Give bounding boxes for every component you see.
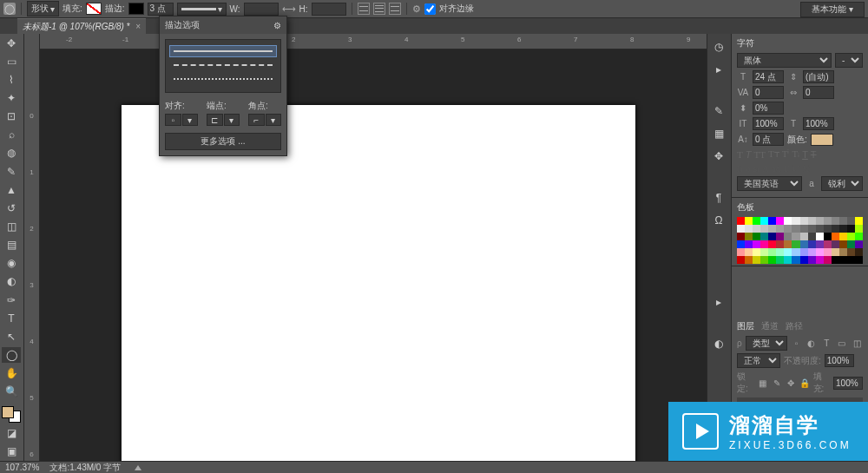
swatch-cell[interactable]: [745, 233, 753, 240]
swatch-cell[interactable]: [745, 240, 753, 248]
kerning-input[interactable]: [753, 86, 784, 99]
popup-gear-icon[interactable]: ⚙: [273, 21, 281, 30]
swatch-cell[interactable]: [839, 225, 847, 233]
filter-shape-icon[interactable]: ▭: [836, 338, 847, 349]
brush-panel-icon[interactable]: ✎: [711, 103, 727, 119]
swatch-cell[interactable]: [792, 217, 799, 225]
swatch-cell[interactable]: [800, 225, 808, 233]
swatch-cell[interactable]: [768, 225, 776, 233]
swatch-cell[interactable]: [753, 217, 760, 225]
swatch-cell[interactable]: [784, 217, 792, 225]
tracking-input[interactable]: [803, 86, 834, 99]
canvas-area[interactable]: -2 -1 0 1 2 3 4 5 6 7 8 9: [40, 34, 707, 461]
blend-mode-select[interactable]: 正常: [737, 353, 780, 368]
swatch-cell[interactable]: [847, 233, 855, 240]
swatch-cell[interactable]: [760, 248, 768, 256]
text-color-swatch[interactable]: [811, 134, 833, 146]
swatch-cell[interactable]: [808, 217, 816, 225]
swatch-cell[interactable]: [776, 240, 784, 248]
strike-btn[interactable]: T: [811, 149, 817, 160]
swatch-cell[interactable]: [824, 217, 832, 225]
fill-swatch[interactable]: [86, 3, 102, 15]
lock-all-icon[interactable]: 🔒: [799, 378, 810, 388]
align-inside-btn[interactable]: ▫: [165, 114, 181, 126]
more-options-button[interactable]: 更多选项 ...: [165, 133, 281, 150]
stroke-solid-option[interactable]: [169, 45, 277, 57]
filter-adj-icon[interactable]: ◐: [806, 338, 817, 349]
stroke-style-dropdown[interactable]: ▾: [177, 3, 227, 16]
swatch-cell[interactable]: [855, 256, 863, 264]
allcaps-btn[interactable]: TT: [753, 149, 765, 160]
swatch-cell[interactable]: [768, 240, 776, 248]
history-panel-icon[interactable]: ◷: [711, 39, 727, 55]
lasso-tool[interactable]: ⌇: [2, 72, 21, 87]
gradient-tool[interactable]: ▤: [2, 238, 21, 253]
swatch-cell[interactable]: [855, 225, 863, 233]
swatch-cell[interactable]: [776, 256, 784, 264]
swatch-cell[interactable]: [800, 256, 808, 264]
swatch-cell[interactable]: [832, 256, 839, 264]
swatch-cell[interactable]: [816, 233, 824, 240]
swatch-cell[interactable]: [808, 256, 816, 264]
cap-dropdown[interactable]: ▾: [224, 114, 240, 126]
swatch-cell[interactable]: [784, 225, 792, 233]
swatch-cell[interactable]: [824, 240, 832, 248]
antialias-select[interactable]: 锐利: [821, 176, 863, 191]
swatch-cell[interactable]: [839, 217, 847, 225]
canvas[interactable]: [122, 105, 635, 461]
stroke-weight-input[interactable]: [148, 3, 174, 16]
cap-butt-btn[interactable]: ⊏: [207, 114, 223, 126]
swatch-cell[interactable]: [737, 256, 745, 264]
path-align-icon[interactable]: [373, 3, 385, 15]
swatch-cell[interactable]: [839, 240, 847, 248]
swatch-cell[interactable]: [816, 225, 824, 233]
screenmode-toggle[interactable]: ▣: [2, 444, 21, 459]
swatch-cell[interactable]: [745, 217, 753, 225]
document-tab[interactable]: 未标题-1 @ 107%(RGB/8) * ×: [17, 18, 146, 34]
vscale-input[interactable]: [753, 117, 784, 130]
lock-paint-icon[interactable]: ✎: [772, 378, 782, 388]
swatch-cell[interactable]: [737, 240, 745, 248]
filter-kind-select[interactable]: 类型: [746, 336, 787, 351]
move-tool[interactable]: ✥: [2, 36, 21, 50]
swatch-cell[interactable]: [832, 240, 839, 248]
swatch-cell[interactable]: [784, 240, 792, 248]
italic-btn[interactable]: T: [746, 149, 752, 160]
swatch-cell[interactable]: [847, 256, 855, 264]
hand-tool[interactable]: ✋: [2, 366, 21, 381]
language-select[interactable]: 美国英语: [737, 176, 802, 191]
stroke-dotted-option[interactable]: [169, 73, 277, 85]
swatch-cell[interactable]: [745, 248, 753, 256]
blur-tool[interactable]: ◉: [2, 256, 21, 271]
status-flyout-icon[interactable]: [135, 465, 141, 470]
swatch-cell[interactable]: [832, 225, 839, 233]
paragraph-panel-icon[interactable]: ¶: [711, 190, 727, 206]
swatch-cell[interactable]: [760, 225, 768, 233]
lock-trans-icon[interactable]: ▦: [758, 378, 768, 388]
swatch-cell[interactable]: [776, 248, 784, 256]
swatch-cell[interactable]: [808, 240, 816, 248]
swatch-cell[interactable]: [832, 248, 839, 256]
superscript-btn[interactable]: Tⁱ: [782, 148, 790, 160]
swatch-cell[interactable]: [753, 248, 760, 256]
channels-tab[interactable]: 通道: [761, 320, 779, 332]
swatch-cell[interactable]: [760, 233, 768, 240]
clonesource-panel-icon[interactable]: ✥: [711, 148, 727, 164]
swatch-cell[interactable]: [745, 225, 753, 233]
filter-type-icon[interactable]: T: [821, 338, 832, 349]
fg-color[interactable]: [2, 406, 14, 418]
fill-opacity-input[interactable]: [833, 377, 863, 390]
swatch-cell[interactable]: [816, 256, 824, 264]
shape-mode-dropdown[interactable]: 形状 ▾: [27, 1, 59, 16]
bold-btn[interactable]: T: [737, 149, 743, 160]
swatch-cell[interactable]: [816, 240, 824, 248]
swatch-cell[interactable]: [760, 256, 768, 264]
width-input[interactable]: [244, 3, 279, 16]
actions-panel-icon[interactable]: ▸: [711, 62, 727, 77]
swatch-cell[interactable]: [824, 233, 832, 240]
smallcaps-btn[interactable]: Tᴛ: [768, 148, 779, 160]
doc-size[interactable]: 文档:1.43M/0 字节: [49, 462, 121, 474]
eraser-tool[interactable]: ◫: [2, 219, 21, 233]
align-edges-checkbox[interactable]: [424, 3, 436, 15]
corner-miter-btn[interactable]: ⌐: [248, 114, 265, 126]
